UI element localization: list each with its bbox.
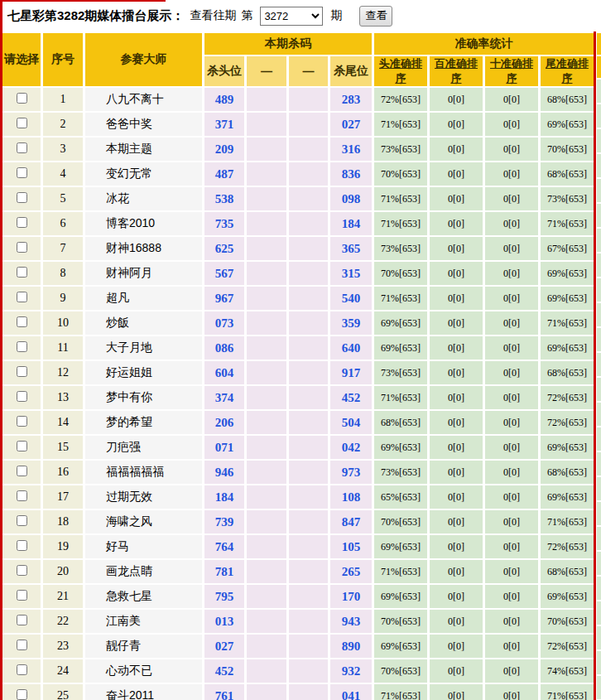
row-select-checkbox[interactable] [17, 416, 27, 427]
row-select-checkbox[interactable] [17, 93, 27, 104]
row-empty-cell [289, 560, 328, 583]
row-master-name: 本期主题 [85, 138, 202, 161]
header-dash-2: — [289, 56, 328, 86]
row-select-checkbox[interactable] [17, 640, 27, 650]
row-kill-tail: 108 [330, 485, 372, 509]
row-select-checkbox[interactable] [17, 391, 27, 402]
row-empty-cell [247, 411, 286, 434]
row-empty-cell [247, 311, 286, 335]
cutoff-cell-sliver [597, 427, 601, 451]
row-index: 4 [43, 162, 83, 186]
row-acc-hundred: 0[0] [430, 535, 483, 558]
row-master-name: 江南美 [85, 610, 202, 633]
red-left-border [0, 0, 2, 700]
table-row: 25奋斗201176104171%[653]0[0]0[0]71%[653] [2, 684, 594, 700]
row-select-checkbox[interactable] [17, 267, 27, 278]
row-kill-tail: 041 [330, 684, 372, 700]
row-select-cell [2, 684, 41, 700]
row-acc-head: 71%[653] [374, 684, 427, 700]
row-select-checkbox[interactable] [17, 664, 27, 675]
row-select-checkbox[interactable] [17, 366, 27, 377]
row-select-checkbox[interactable] [17, 242, 27, 253]
row-acc-ten: 0[0] [485, 386, 538, 409]
row-acc-tail: 69%[653] [541, 585, 594, 608]
row-acc-hundred: 0[0] [430, 212, 483, 235]
row-empty-cell [247, 336, 286, 360]
row-acc-tail: 68%[653] [541, 361, 594, 384]
row-kill-head: 487 [204, 162, 244, 186]
row-select-checkbox[interactable] [17, 515, 27, 526]
row-acc-tail: 71%[653] [541, 510, 594, 533]
period-select[interactable]: 3272 [260, 7, 323, 26]
header-acc-head-sort[interactable]: 头准确排序 [374, 56, 427, 86]
row-select-checkbox[interactable] [17, 142, 27, 153]
row-select-checkbox[interactable] [17, 341, 27, 352]
header-acc-tail-sort[interactable]: 尾准确排序 [541, 56, 594, 86]
row-kill-head: 027 [204, 635, 244, 658]
row-empty-cell [247, 659, 286, 683]
row-select-checkbox[interactable] [17, 565, 27, 576]
row-master-name: 大子月地 [85, 336, 202, 360]
row-kill-head: 209 [204, 138, 244, 161]
row-acc-ten: 0[0] [485, 162, 538, 186]
row-acc-ten: 0[0] [485, 610, 538, 633]
row-master-name: 刀疤强 [85, 436, 202, 459]
view-button[interactable]: 查看 [359, 6, 392, 27]
row-select-checkbox[interactable] [17, 466, 27, 476]
row-select-cell [2, 162, 41, 186]
row-select-checkbox[interactable] [17, 292, 27, 302]
row-kill-tail: 170 [330, 585, 372, 608]
header-dash-1: — [247, 56, 286, 86]
row-kill-head: 625 [204, 237, 244, 260]
row-acc-head: 69%[653] [374, 635, 427, 658]
row-kill-head: 452 [204, 659, 244, 683]
row-empty-cell [247, 237, 286, 260]
row-kill-head: 946 [204, 461, 244, 484]
row-select-cell [2, 287, 41, 310]
row-kill-head: 735 [204, 212, 244, 235]
row-empty-cell [289, 361, 328, 384]
row-kill-head: 184 [204, 485, 244, 509]
row-select-checkbox[interactable] [17, 590, 27, 601]
row-select-checkbox[interactable] [17, 192, 27, 203]
row-select-checkbox[interactable] [17, 441, 27, 451]
row-acc-tail: 68%[653] [541, 461, 594, 484]
table-row: 2爸爸中奖37102771%[653]0[0]0[0]69%[653] [2, 113, 594, 136]
row-index: 3 [43, 138, 83, 161]
row-select-cell [2, 88, 41, 111]
row-select-checkbox[interactable] [17, 217, 27, 228]
row-select-checkbox[interactable] [17, 540, 27, 551]
row-empty-cell [247, 585, 286, 608]
row-acc-ten: 0[0] [485, 411, 538, 434]
row-select-checkbox[interactable] [17, 118, 27, 128]
row-empty-cell [289, 436, 328, 459]
row-select-checkbox[interactable] [17, 167, 27, 178]
row-kill-tail: 847 [330, 510, 372, 533]
row-select-checkbox[interactable] [17, 316, 27, 327]
row-select-checkbox[interactable] [17, 490, 27, 501]
cutoff-cell-sliver [597, 328, 601, 351]
row-select-checkbox[interactable] [17, 689, 27, 700]
row-empty-cell [289, 287, 328, 310]
row-acc-hundred: 0[0] [430, 510, 483, 533]
row-empty-cell [289, 138, 328, 161]
row-acc-tail: 69%[653] [541, 262, 594, 285]
row-index: 13 [43, 386, 83, 409]
row-acc-head: 70%[653] [374, 262, 427, 285]
toolbar: 七星彩第3282期媒体擂台展示： 查看往期 第 3272 期 查看 [0, 0, 601, 31]
row-select-checkbox[interactable] [17, 615, 27, 625]
row-acc-hundred: 0[0] [430, 162, 483, 186]
row-master-name: 海啸之风 [85, 510, 202, 533]
header-acc-ten-sort[interactable]: 十准确排序 [485, 56, 538, 86]
header-kill-group: 本期杀码 [204, 33, 372, 55]
cutoff-cell-sliver [597, 527, 601, 550]
table-row: 16福福福福福94697373%[653]0[0]0[0]68%[653] [2, 461, 594, 484]
row-kill-head: 567 [204, 262, 244, 285]
row-select-cell [2, 237, 41, 260]
row-empty-cell [247, 386, 286, 409]
cutoff-column-sliver [597, 31, 601, 700]
row-kill-tail: 027 [330, 113, 372, 136]
row-acc-ten: 0[0] [485, 635, 538, 658]
cutoff-cell-sliver [597, 303, 601, 326]
header-acc-hundred-sort[interactable]: 百准确排序 [430, 56, 483, 86]
